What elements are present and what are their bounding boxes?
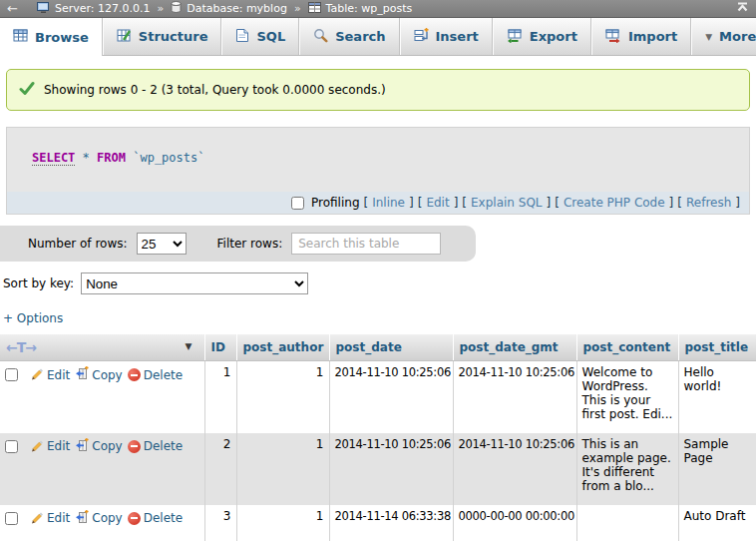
back-arrow-icon[interactable]: ← xyxy=(7,1,18,16)
browse-icon xyxy=(13,28,28,46)
cell-post-date: 2014-11-14 06:33:38 xyxy=(329,505,453,541)
breadcrumb-table: Table: wp_posts xyxy=(326,2,413,15)
tab-structure[interactable]: Structure xyxy=(103,18,222,55)
edit-pencil-icon xyxy=(30,510,44,527)
tab-label: More xyxy=(719,29,756,44)
cell-post-title: Auto Draft xyxy=(678,505,756,541)
delete-icon xyxy=(128,440,141,453)
row-select-checkbox[interactable] xyxy=(5,512,18,525)
breadcrumb: ← Server: 127.0.0.1 » Database: myblog »… xyxy=(0,0,756,18)
bracket: [ xyxy=(462,196,467,210)
edit-pencil-icon xyxy=(30,438,44,455)
table-icon xyxy=(308,2,321,16)
tab-more[interactable]: ▼ More xyxy=(691,18,756,55)
column-header-actions[interactable]: ←T→ ▼ xyxy=(0,334,204,361)
bracket: ] xyxy=(454,196,459,210)
inline-link[interactable]: Inline xyxy=(372,196,405,210)
results-table: ←T→ ▼ ID post_author post_date post_date… xyxy=(0,334,756,541)
cell-id: 2 xyxy=(204,433,236,505)
sort-label: Sort by key: xyxy=(3,276,74,290)
cell-post-author: 1 xyxy=(236,505,329,541)
edit-query-link[interactable]: Edit xyxy=(426,196,449,210)
explain-sql-link[interactable]: Explain SQL xyxy=(471,196,543,210)
import-icon xyxy=(605,28,621,46)
sql-keyword-select[interactable]: SELECT xyxy=(32,151,75,166)
edit-row-link[interactable]: Edit xyxy=(47,368,70,382)
sql-table-ref: `wp_posts` xyxy=(133,151,204,165)
sort-key-select[interactable]: None xyxy=(81,272,308,294)
sort-arrow-icon[interactable]: ▼ xyxy=(186,341,192,351)
header-row: ←T→ ▼ ID post_author post_date post_date… xyxy=(0,334,756,361)
column-header-post-author[interactable]: post_author xyxy=(236,334,329,361)
row-select-checkbox[interactable] xyxy=(5,368,18,381)
insert-icon xyxy=(414,28,429,46)
tab-export[interactable]: Export xyxy=(493,18,591,55)
bracket: [ xyxy=(364,196,369,210)
delete-icon xyxy=(128,512,141,525)
profiling-label: Profiling xyxy=(311,196,360,210)
page-size-select[interactable]: 25 xyxy=(137,233,187,255)
row-select-checkbox[interactable] xyxy=(5,440,18,453)
filter-label: Filter rows: xyxy=(217,237,283,251)
bracket: ] xyxy=(669,196,674,210)
pivot-axes-icon[interactable]: ←T→ xyxy=(6,339,36,355)
table-row: Edit Copy Delete 2 1 2014-11-10 10:25:06… xyxy=(0,433,756,505)
cell-post-date-gmt: 2014-11-10 10:25:06 xyxy=(453,433,576,505)
status-message: Showing rows 0 - 2 (3 total, Query took … xyxy=(6,69,750,111)
sql-query: SELECT * FROM `wp_posts` xyxy=(7,128,749,192)
breadcrumb-server[interactable]: Server: 127.0.0.1 xyxy=(55,2,151,15)
column-header-post-title[interactable]: post_title xyxy=(678,334,756,361)
tab-browse[interactable]: Browse xyxy=(0,18,103,56)
cell-post-date: 2014-11-10 10:25:06 xyxy=(329,361,453,433)
tab-label: Search xyxy=(335,29,385,44)
profiling-checkbox[interactable] xyxy=(291,197,304,210)
copy-row-link[interactable]: Copy xyxy=(92,511,122,525)
table-row: Edit Copy Delete 3 1 2014-11-14 06:33:38… xyxy=(0,505,756,541)
tab-search[interactable]: Search xyxy=(299,18,399,55)
delete-icon xyxy=(128,368,141,381)
tab-label: Browse xyxy=(35,30,89,45)
column-header-post-date-gmt[interactable]: post_date_gmt xyxy=(453,334,576,361)
sort-controls: Sort by key: None xyxy=(3,271,756,295)
cell-post-date: 2014-11-10 10:25:06 xyxy=(329,433,453,505)
breadcrumb-separator: » xyxy=(294,2,301,15)
refresh-link[interactable]: Refresh xyxy=(686,196,731,210)
results-controls-bar: Number of rows: 25 Filter rows: xyxy=(0,226,476,262)
column-header-id[interactable]: ID xyxy=(204,334,236,361)
copy-icon xyxy=(75,438,89,455)
bracket: [ xyxy=(555,196,560,210)
filter-input[interactable] xyxy=(291,233,441,255)
delete-row-link[interactable]: Delete xyxy=(144,511,183,525)
delete-row-link[interactable]: Delete xyxy=(144,368,183,382)
copy-row-link[interactable]: Copy xyxy=(92,368,122,382)
database-icon xyxy=(171,1,182,16)
create-php-code-link[interactable]: Create PHP Code xyxy=(564,196,665,210)
bracket: [ xyxy=(418,196,423,210)
column-header-post-date[interactable]: post_date xyxy=(329,334,453,361)
breadcrumb-separator: » xyxy=(157,2,164,15)
structure-icon xyxy=(117,28,132,46)
copy-row-link[interactable]: Copy xyxy=(92,439,122,453)
server-icon xyxy=(37,2,50,16)
tab-sql[interactable]: SQL xyxy=(221,18,299,55)
column-header-post-content[interactable]: post_content xyxy=(576,334,678,361)
sql-keyword-from: FROM xyxy=(97,151,126,165)
chevron-down-icon: ▼ xyxy=(705,32,712,42)
options-toggle-link[interactable]: + Options xyxy=(3,311,63,325)
table-row: Edit Copy Delete 1 1 2014-11-10 10:25:06… xyxy=(0,361,756,433)
cell-id: 1 xyxy=(204,361,236,433)
rows-label: Number of rows: xyxy=(28,237,128,251)
edit-row-link[interactable]: Edit xyxy=(47,511,70,525)
edit-row-link[interactable]: Edit xyxy=(47,439,70,453)
delete-row-link[interactable]: Delete xyxy=(144,439,183,453)
collapse-icon[interactable] xyxy=(736,2,749,15)
tab-insert[interactable]: Insert xyxy=(400,18,493,55)
breadcrumb-database[interactable]: Database: myblog xyxy=(187,2,287,15)
copy-icon xyxy=(75,366,89,383)
edit-pencil-icon xyxy=(30,366,44,383)
tab-import[interactable]: Import xyxy=(591,18,691,55)
tab-label: SQL xyxy=(256,29,285,44)
phpmyadmin-window: ← Server: 127.0.0.1 » Database: myblog »… xyxy=(0,0,756,541)
tab-label: Insert xyxy=(436,29,479,44)
cell-post-content xyxy=(576,505,678,541)
